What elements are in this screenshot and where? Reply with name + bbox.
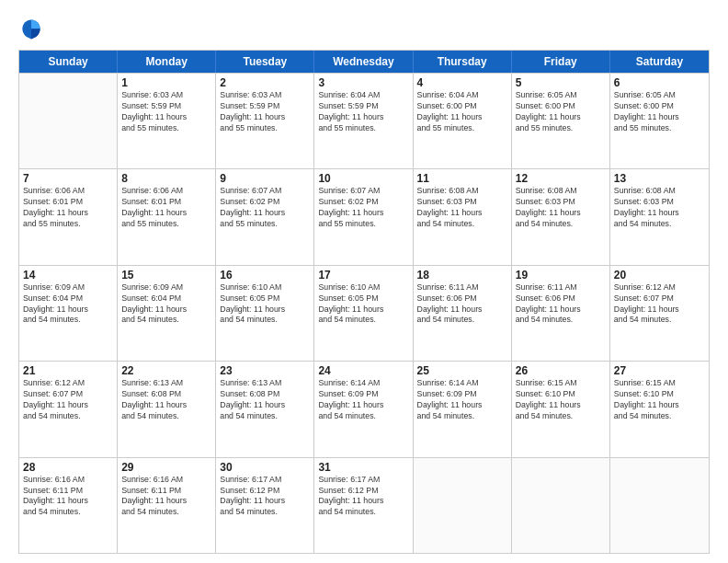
day-number: 3: [318, 76, 408, 89]
day-header-wednesday: Wednesday: [314, 51, 413, 73]
day-number: 19: [516, 269, 606, 282]
calendar-cell: 22Sunrise: 6:13 AM Sunset: 6:08 PM Dayli…: [118, 362, 216, 456]
calendar-cell: 14Sunrise: 6:09 AM Sunset: 6:04 PM Dayli…: [19, 266, 118, 361]
calendar-row-5: 28Sunrise: 6:16 AM Sunset: 6:11 PM Dayli…: [19, 457, 709, 553]
day-number: 7: [23, 172, 113, 185]
calendar-cell: 18Sunrise: 6:11 AM Sunset: 6:06 PM Dayli…: [414, 266, 512, 361]
day-number: 6: [614, 76, 705, 89]
calendar-cell: 6Sunrise: 6:05 AM Sunset: 6:00 PM Daylig…: [610, 74, 709, 168]
cell-info: Sunrise: 6:05 AM Sunset: 6:00 PM Dayligh…: [516, 90, 606, 134]
day-number: 28: [23, 461, 113, 474]
calendar-row-3: 14Sunrise: 6:09 AM Sunset: 6:04 PM Dayli…: [19, 265, 709, 361]
day-number: 11: [417, 172, 507, 185]
cell-info: Sunrise: 6:16 AM Sunset: 6:11 PM Dayligh…: [23, 475, 113, 519]
calendar-cell: [610, 458, 709, 553]
calendar-cell: 7Sunrise: 6:06 AM Sunset: 6:01 PM Daylig…: [19, 169, 118, 264]
day-header-saturday: Saturday: [610, 51, 709, 73]
day-number: 14: [23, 269, 113, 282]
calendar-cell: 17Sunrise: 6:10 AM Sunset: 6:05 PM Dayli…: [314, 266, 413, 361]
calendar-cell: 31Sunrise: 6:17 AM Sunset: 6:12 PM Dayli…: [314, 458, 413, 553]
calendar-cell: 16Sunrise: 6:10 AM Sunset: 6:05 PM Dayli…: [216, 266, 314, 361]
cell-info: Sunrise: 6:03 AM Sunset: 5:59 PM Dayligh…: [220, 90, 310, 134]
cell-info: Sunrise: 6:09 AM Sunset: 6:04 PM Dayligh…: [23, 282, 113, 327]
calendar-cell: 13Sunrise: 6:08 AM Sunset: 6:03 PM Dayli…: [610, 169, 709, 264]
day-number: 25: [417, 364, 507, 377]
day-number: 5: [516, 76, 606, 89]
calendar-cell: [512, 458, 610, 553]
calendar-cell: 29Sunrise: 6:16 AM Sunset: 6:11 PM Dayli…: [118, 458, 216, 553]
day-number: 26: [516, 364, 606, 377]
day-number: 29: [121, 461, 211, 474]
cell-info: Sunrise: 6:14 AM Sunset: 6:09 PM Dayligh…: [318, 378, 408, 422]
day-number: 15: [121, 269, 211, 282]
cell-info: Sunrise: 6:05 AM Sunset: 6:00 PM Dayligh…: [614, 90, 705, 134]
cell-info: Sunrise: 6:08 AM Sunset: 6:03 PM Dayligh…: [614, 186, 705, 230]
day-number: 31: [318, 461, 408, 474]
calendar-cell: 30Sunrise: 6:17 AM Sunset: 6:12 PM Dayli…: [216, 458, 314, 553]
logo-icon: [18, 17, 44, 42]
cell-info: Sunrise: 6:15 AM Sunset: 6:10 PM Dayligh…: [516, 378, 606, 422]
logo: [18, 17, 50, 42]
header: [18, 17, 710, 42]
day-number: 20: [614, 269, 705, 282]
cell-info: Sunrise: 6:06 AM Sunset: 6:01 PM Dayligh…: [121, 186, 211, 230]
cell-info: Sunrise: 6:11 AM Sunset: 6:06 PM Dayligh…: [417, 282, 507, 327]
cell-info: Sunrise: 6:04 AM Sunset: 6:00 PM Dayligh…: [417, 90, 507, 134]
calendar-cell: 19Sunrise: 6:11 AM Sunset: 6:06 PM Dayli…: [512, 266, 610, 361]
day-number: 22: [121, 364, 211, 377]
day-number: 16: [220, 269, 310, 282]
cell-info: Sunrise: 6:09 AM Sunset: 6:04 PM Dayligh…: [121, 282, 211, 327]
calendar-cell: 10Sunrise: 6:07 AM Sunset: 6:02 PM Dayli…: [314, 169, 413, 264]
cell-info: Sunrise: 6:16 AM Sunset: 6:11 PM Dayligh…: [121, 475, 211, 519]
calendar-cell: 21Sunrise: 6:12 AM Sunset: 6:07 PM Dayli…: [19, 362, 118, 456]
calendar-cell: 20Sunrise: 6:12 AM Sunset: 6:07 PM Dayli…: [610, 266, 709, 361]
calendar-cell: 27Sunrise: 6:15 AM Sunset: 6:10 PM Dayli…: [610, 362, 709, 456]
calendar-header: SundayMondayTuesdayWednesdayThursdayFrid…: [19, 51, 709, 73]
calendar: SundayMondayTuesdayWednesdayThursdayFrid…: [18, 50, 710, 554]
day-header-tuesday: Tuesday: [216, 51, 314, 73]
cell-info: Sunrise: 6:06 AM Sunset: 6:01 PM Dayligh…: [23, 186, 113, 230]
day-header-monday: Monday: [118, 51, 216, 73]
cell-info: Sunrise: 6:08 AM Sunset: 6:03 PM Dayligh…: [516, 186, 606, 230]
calendar-cell: 4Sunrise: 6:04 AM Sunset: 6:00 PM Daylig…: [414, 74, 512, 168]
calendar-cell: 8Sunrise: 6:06 AM Sunset: 6:01 PM Daylig…: [118, 169, 216, 264]
cell-info: Sunrise: 6:13 AM Sunset: 6:08 PM Dayligh…: [121, 378, 211, 422]
calendar-cell: 11Sunrise: 6:08 AM Sunset: 6:03 PM Dayli…: [414, 169, 512, 264]
day-number: 30: [220, 461, 310, 474]
day-number: 21: [23, 364, 113, 377]
cell-info: Sunrise: 6:12 AM Sunset: 6:07 PM Dayligh…: [614, 282, 705, 327]
cell-info: Sunrise: 6:04 AM Sunset: 5:59 PM Dayligh…: [318, 90, 408, 134]
calendar-cell: [19, 74, 118, 168]
cell-info: Sunrise: 6:15 AM Sunset: 6:10 PM Dayligh…: [614, 378, 705, 422]
calendar-cell: 5Sunrise: 6:05 AM Sunset: 6:00 PM Daylig…: [512, 74, 610, 168]
day-number: 8: [121, 172, 211, 185]
day-number: 23: [220, 364, 310, 377]
calendar-cell: 26Sunrise: 6:15 AM Sunset: 6:10 PM Dayli…: [512, 362, 610, 456]
day-number: 17: [318, 269, 408, 282]
day-number: 10: [318, 172, 408, 185]
day-number: 18: [417, 269, 507, 282]
cell-info: Sunrise: 6:14 AM Sunset: 6:09 PM Dayligh…: [417, 378, 507, 422]
cell-info: Sunrise: 6:10 AM Sunset: 6:05 PM Dayligh…: [318, 282, 408, 327]
calendar-cell: 2Sunrise: 6:03 AM Sunset: 5:59 PM Daylig…: [216, 74, 314, 168]
cell-info: Sunrise: 6:08 AM Sunset: 6:03 PM Dayligh…: [417, 186, 507, 230]
calendar-cell: 3Sunrise: 6:04 AM Sunset: 5:59 PM Daylig…: [314, 74, 413, 168]
cell-info: Sunrise: 6:12 AM Sunset: 6:07 PM Dayligh…: [23, 378, 113, 422]
cell-info: Sunrise: 6:11 AM Sunset: 6:06 PM Dayligh…: [516, 282, 606, 327]
calendar-cell: 9Sunrise: 6:07 AM Sunset: 6:02 PM Daylig…: [216, 169, 314, 264]
calendar-row-1: 1Sunrise: 6:03 AM Sunset: 5:59 PM Daylig…: [19, 73, 709, 168]
day-number: 13: [614, 172, 705, 185]
calendar-cell: 24Sunrise: 6:14 AM Sunset: 6:09 PM Dayli…: [314, 362, 413, 456]
day-number: 2: [220, 76, 310, 89]
day-number: 24: [318, 364, 408, 377]
day-header-friday: Friday: [512, 51, 610, 73]
calendar-cell: [414, 458, 512, 553]
calendar-cell: 25Sunrise: 6:14 AM Sunset: 6:09 PM Dayli…: [414, 362, 512, 456]
cell-info: Sunrise: 6:03 AM Sunset: 5:59 PM Dayligh…: [121, 90, 211, 134]
day-number: 4: [417, 76, 507, 89]
cell-info: Sunrise: 6:17 AM Sunset: 6:12 PM Dayligh…: [220, 475, 310, 519]
calendar-cell: 23Sunrise: 6:13 AM Sunset: 6:08 PM Dayli…: [216, 362, 314, 456]
cell-info: Sunrise: 6:13 AM Sunset: 6:08 PM Dayligh…: [220, 378, 310, 422]
calendar-cell: 15Sunrise: 6:09 AM Sunset: 6:04 PM Dayli…: [118, 266, 216, 361]
cell-info: Sunrise: 6:07 AM Sunset: 6:02 PM Dayligh…: [220, 186, 310, 230]
